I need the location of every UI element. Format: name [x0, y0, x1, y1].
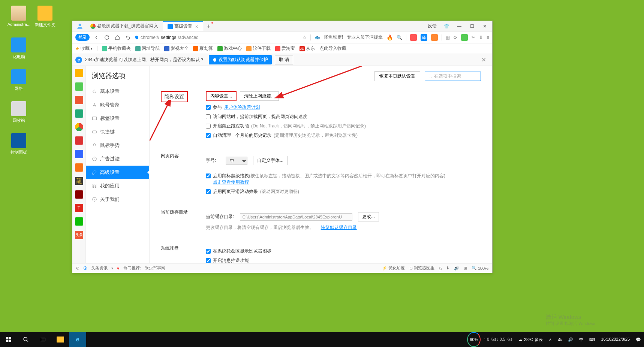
- desktop-icon-control-panel[interactable]: 控制面板: [7, 133, 30, 155]
- tray-chevron[interactable]: ∧: [546, 332, 555, 347]
- desktop-icon-folder[interactable]: 新建文件夹: [34, 6, 56, 28]
- cache-path-input[interactable]: [240, 213, 352, 221]
- bm-juhuasuan[interactable]: 聚划算: [193, 45, 213, 52]
- rail-app-6[interactable]: [75, 136, 83, 145]
- sound-icon[interactable]: 🔊: [454, 266, 459, 271]
- sidebar-item-advanced[interactable]: 高级设置: [86, 166, 149, 179]
- rail-app-10[interactable]: [75, 190, 83, 199]
- net-gauge[interactable]: 90%: [467, 332, 481, 347]
- sidebar-item-gestures[interactable]: 鼠标手势: [86, 139, 149, 152]
- autoclean-checkbox[interactable]: [206, 133, 211, 138]
- preload-checkbox[interactable]: [206, 114, 211, 119]
- restore-cache-link[interactable]: 恢复默认缓存目录: [321, 224, 357, 231]
- sidebar-item-about[interactable]: 关于我们: [86, 193, 149, 206]
- menu-icon[interactable]: ≡: [487, 35, 489, 40]
- url-input[interactable]: chrome://settings/advanced: [135, 35, 262, 40]
- search-icon[interactable]: 🔍: [397, 35, 402, 40]
- rail-app-8[interactable]: [75, 163, 83, 172]
- rail-app-iqiyi[interactable]: [75, 217, 83, 226]
- bm-jd[interactable]: JD京东: [300, 45, 315, 52]
- feedback-button[interactable]: 反馈: [426, 23, 438, 29]
- rail-app-pdf[interactable]: [75, 96, 83, 104]
- rail-app-2[interactable]: [75, 82, 83, 91]
- search-input[interactable]: 在选项中搜索: [425, 72, 481, 81]
- custom-font-button[interactable]: 自定义字体...: [253, 156, 288, 165]
- bm-nav[interactable]: 网址导航: [135, 45, 160, 52]
- bm-favorites[interactable]: ★收藏▾: [75, 45, 93, 52]
- start-button[interactable]: [0, 332, 17, 347]
- skin-icon[interactable]: 👕: [442, 24, 451, 29]
- rail-app-chrome[interactable]: [75, 123, 83, 131]
- ext-shop-icon[interactable]: [410, 34, 417, 41]
- news-link[interactable]: 头条资讯: [91, 265, 108, 271]
- undo-button[interactable]: [124, 34, 132, 41]
- dnt-checkbox[interactable]: [206, 124, 211, 129]
- home-button[interactable]: [114, 34, 121, 41]
- bm-import[interactable]: 点此导入收藏: [319, 45, 346, 52]
- taskview-button[interactable]: [34, 332, 52, 347]
- restore-defaults-button[interactable]: 恢复本页默认设置: [374, 71, 420, 81]
- tray-keyboard-icon[interactable]: ⌨: [586, 332, 598, 347]
- maximize-button[interactable]: ☐: [467, 24, 476, 29]
- bm-mobile[interactable]: 手机收藏夹: [102, 45, 131, 52]
- desktop-icon-network[interactable]: 网络: [7, 69, 30, 91]
- cancel-button[interactable]: 取 消: [275, 55, 293, 64]
- sidebar-item-apps[interactable]: 我的应用: [86, 179, 149, 193]
- rail-app-7[interactable]: [75, 150, 83, 158]
- tray-network-icon[interactable]: 🖧: [555, 332, 565, 347]
- content-settings-button[interactable]: 内容设置...: [206, 91, 237, 101]
- back-button[interactable]: [93, 34, 100, 41]
- notice-close-icon[interactable]: ✕: [478, 56, 489, 63]
- doctor-button[interactable]: ⊕浏览器医生: [409, 265, 434, 271]
- toutiao-icon[interactable]: ⦿: [83, 266, 87, 271]
- screenshot-button[interactable]: ⎙: [439, 266, 442, 271]
- bm-games[interactable]: 游戏中心: [217, 45, 242, 52]
- clear-traces-button[interactable]: 清除上网痕迹...: [240, 91, 279, 101]
- scissors-icon[interactable]: ✂: [472, 35, 475, 40]
- ext-game-icon[interactable]: [431, 34, 438, 41]
- star-icon[interactable]: ☆: [303, 35, 307, 40]
- rail-app-4[interactable]: [75, 109, 83, 118]
- hot-site-link[interactable]: 米尔军事网: [145, 265, 165, 271]
- smoothscroll-checkbox[interactable]: [206, 189, 211, 194]
- sidebar-item-adblock[interactable]: 广告过滤: [86, 152, 149, 166]
- tab-chrome-download[interactable]: 谷歌浏览器下载_浏览器官网入: [86, 21, 163, 31]
- superdrag-checkbox[interactable]: [206, 174, 211, 178]
- expand-button[interactable]: ⊕: [76, 266, 79, 271]
- notifications-button[interactable]: 💬: [633, 332, 644, 347]
- edge-taskbar-button[interactable]: e: [69, 332, 86, 347]
- reload-button[interactable]: [103, 34, 111, 41]
- minimize-button[interactable]: —: [455, 24, 464, 29]
- tray-volume-icon[interactable]: 🔊: [565, 332, 576, 347]
- login-badge[interactable]: 登录: [75, 34, 90, 41]
- push-checkbox[interactable]: [206, 258, 211, 263]
- desktop-icon-recycle[interactable]: 回收站: [7, 101, 30, 123]
- desktop-icon-this-pc[interactable]: 此电脑: [7, 37, 30, 60]
- bm-software[interactable]: 软件下载: [246, 45, 271, 52]
- desktop-icon-administrator[interactable]: Administra...: [7, 6, 30, 27]
- rail-app-toutiao[interactable]: 头条: [75, 231, 83, 239]
- font-size-select[interactable]: 中: [226, 157, 247, 165]
- taskbar-clock[interactable]: 16:182022/8/25: [598, 332, 633, 347]
- rail-app-t[interactable]: T: [75, 204, 83, 212]
- tray-ime[interactable]: 中: [576, 332, 586, 347]
- avatar-button[interactable]: [74, 22, 86, 30]
- close-button[interactable]: ✕: [480, 24, 489, 29]
- tray-icon-checkbox[interactable]: [206, 249, 211, 254]
- grid-status-icon[interactable]: ⊞: [464, 266, 467, 271]
- change-path-button[interactable]: 更改...: [358, 212, 379, 221]
- rail-app-2345[interactable]: [75, 69, 83, 77]
- set-default-button[interactable]: 设置为默认浏览器并保护: [209, 55, 272, 64]
- download-status-icon[interactable]: ⬇: [446, 266, 449, 271]
- search-taskbar-button[interactable]: [17, 332, 34, 347]
- ext-green-icon[interactable]: [461, 34, 468, 41]
- sidebar-item-basic[interactable]: 基本设置: [86, 85, 149, 98]
- rail-app-9[interactable]: 龍: [75, 177, 83, 185]
- ext-sync-icon[interactable]: ⟳: [454, 35, 457, 40]
- tab-advanced-settings[interactable]: 高级设置×: [163, 21, 203, 31]
- ux-plan-link[interactable]: 用户体验改善计划: [224, 104, 260, 111]
- download-icon[interactable]: ⬇: [479, 35, 483, 40]
- optimize-button[interactable]: ⚡优化加速: [382, 265, 405, 271]
- bm-aitaobao[interactable]: 爱淘宝: [275, 45, 295, 52]
- close-icon[interactable]: ×: [195, 24, 198, 30]
